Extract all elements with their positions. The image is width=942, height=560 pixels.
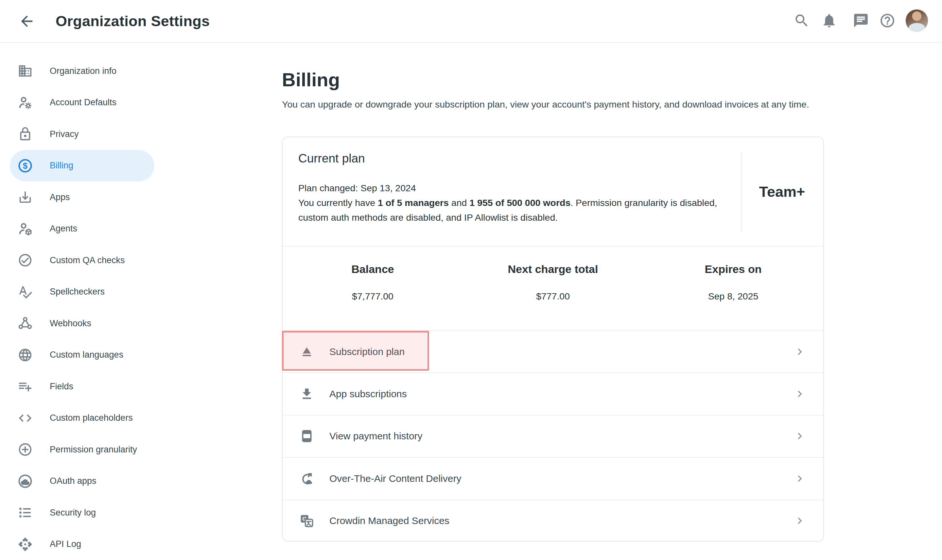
spellcheck-icon (18, 285, 33, 300)
sidebar-item-label: Organization info (50, 66, 116, 76)
sidebar-item-label: Apps (50, 192, 70, 202)
sidebar-item-custom-qa-checks[interactable]: Custom QA checks (10, 245, 154, 276)
sidebar-item-webhooks[interactable]: Webhooks (10, 308, 154, 339)
billing-subtitle: You can upgrade or downgrade your subscr… (282, 99, 809, 110)
settings-sidebar: Organization info Account Defaults Priva… (0, 43, 170, 560)
messages-button[interactable] (853, 12, 869, 29)
cloud-circle-icon (18, 474, 33, 489)
download-icon (300, 387, 314, 401)
sidebar-item-label: Security log (50, 508, 96, 518)
billing-stats: Balance $7,777.00 Next charge total $777… (282, 246, 823, 330)
notifications-icon (821, 12, 837, 29)
back-button[interactable] (19, 13, 35, 30)
page-title: Organization Settings (56, 0, 210, 42)
sidebar-item-api-log[interactable]: API Log (10, 529, 154, 560)
sidebar-item-fields[interactable]: Fields (10, 371, 154, 402)
current-plan-details: Plan changed: Sep 13, 2024 You currently… (298, 181, 740, 225)
plus-circle-icon (18, 442, 33, 457)
sidebar-item-privacy[interactable]: Privacy (10, 118, 154, 150)
search-button[interactable] (794, 12, 810, 29)
words-usage: 1 955 of 500 000 words (469, 197, 570, 208)
cloud-sync-icon (300, 471, 314, 486)
row-view-payment-history[interactable]: View payment history (282, 415, 823, 457)
current-plan-heading: Current plan (298, 152, 365, 165)
billing-links: Subscription plan App subscriptions (282, 330, 823, 542)
stat-value: $777.00 (463, 291, 643, 302)
api-icon (18, 537, 33, 552)
row-label: Subscription plan (329, 346, 405, 357)
row-subscription-plan[interactable]: Subscription plan (282, 330, 823, 372)
svg-text:$: $ (23, 161, 28, 170)
row-crowdin-managed-services[interactable]: G Crowdin Managed Services (282, 500, 823, 542)
sidebar-item-label: Agents (50, 224, 77, 234)
managers-usage: 1 of 5 managers (378, 197, 449, 208)
messages-icon (853, 12, 869, 29)
plan-usage-text: You currently have 1 of 5 managers and 1… (298, 195, 740, 225)
stat-label: Next charge total (463, 263, 643, 275)
sidebar-item-label: Billing (50, 160, 73, 171)
user-cube-icon (18, 221, 33, 236)
chevron-right-icon (793, 514, 806, 527)
row-label: App subscriptions (329, 388, 407, 400)
webhook-icon (18, 316, 33, 331)
sidebar-item-label: Privacy (50, 129, 79, 139)
download-tray-icon (18, 189, 33, 205)
sidebar-item-label: Account Defaults (50, 97, 116, 108)
code-icon (18, 411, 33, 426)
sidebar-item-label: Spellcheckers (50, 287, 105, 297)
row-label: Crowdin Managed Services (329, 515, 449, 526)
avatar[interactable] (905, 9, 928, 32)
row-app-subscriptions[interactable]: App subscriptions (282, 372, 823, 414)
search-icon (794, 12, 810, 29)
building-icon (18, 63, 33, 78)
notifications-button[interactable] (821, 12, 837, 29)
row-ota-content-delivery[interactable]: Over-The-Air Content Delivery (282, 457, 823, 499)
sidebar-item-spellcheckers[interactable]: Spellcheckers (10, 276, 154, 308)
check-circle-icon (18, 253, 33, 268)
back-arrow-icon (19, 13, 35, 30)
row-label: Over-The-Air Content Delivery (329, 473, 461, 484)
sidebar-item-billing[interactable]: $ Billing (10, 150, 154, 182)
sidebar-item-security-log[interactable]: Security log (10, 497, 154, 529)
billing-card: Current plan Plan changed: Sep 13, 2024 … (282, 137, 824, 542)
sidebar-item-custom-placeholders[interactable]: Custom placeholders (10, 402, 154, 434)
billing-heading: Billing (282, 69, 340, 91)
translate-icon: G (300, 514, 314, 528)
list-icon (18, 505, 33, 520)
eject-icon (300, 345, 314, 359)
sidebar-item-label: OAuth apps (50, 476, 97, 486)
sidebar-item-label: Custom placeholders (50, 413, 133, 423)
sidebar-item-custom-languages[interactable]: Custom languages (10, 339, 154, 371)
globe-icon (18, 348, 33, 363)
help-icon (879, 12, 896, 29)
stat-value: $7,777.00 (282, 291, 463, 302)
sidebar-item-agents[interactable]: Agents (10, 213, 154, 245)
stat-expires-on: Expires on Sep 8, 2025 (643, 246, 823, 330)
plan-changed-text: Plan changed: Sep 13, 2024 (298, 181, 740, 195)
help-button[interactable] (879, 12, 896, 29)
chevron-right-icon (793, 472, 806, 485)
stat-value: Sep 8, 2025 (643, 291, 823, 302)
sidebar-item-label: API Log (50, 539, 81, 549)
sidebar-item-permission-granularity[interactable]: Permission granularity (10, 434, 154, 466)
sidebar-item-label: Webhooks (50, 318, 91, 329)
sidebar-item-label: Custom languages (50, 350, 123, 360)
sidebar-item-organization-info[interactable]: Organization info (10, 55, 154, 87)
sidebar-item-account-defaults[interactable]: Account Defaults (10, 87, 154, 118)
dollar-circle-icon: $ (18, 158, 33, 173)
chevron-right-icon (793, 388, 806, 400)
playlist-add-icon (18, 379, 33, 394)
sidebar-item-label: Fields (50, 382, 73, 392)
sidebar-item-label: Custom QA checks (50, 255, 125, 265)
app-header: Organization Settings (0, 0, 942, 43)
chevron-right-icon (793, 345, 806, 358)
row-label: View payment history (329, 431, 422, 442)
user-gear-icon (18, 95, 33, 110)
sidebar-item-oauth-apps[interactable]: OAuth apps (10, 466, 154, 497)
stat-next-charge-total: Next charge total $777.00 (463, 246, 643, 330)
payment-card-icon (300, 429, 314, 443)
plan-name-badge: Team+ (741, 183, 823, 200)
chevron-right-icon (793, 429, 806, 443)
sidebar-item-label: Permission granularity (50, 445, 137, 455)
sidebar-item-apps[interactable]: Apps (10, 182, 154, 213)
